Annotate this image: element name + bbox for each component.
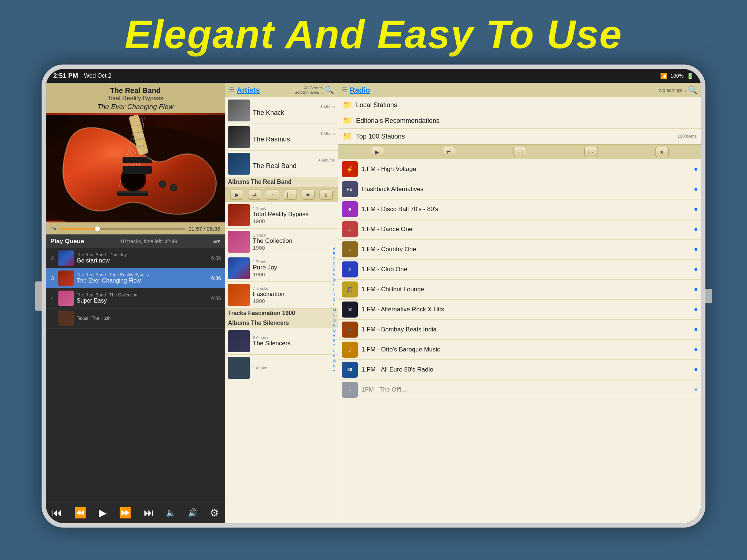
alpha-letter-w[interactable]: W: [332, 359, 337, 364]
station-logo: ⚡: [342, 161, 358, 177]
alpha-letter-h[interactable]: H: [332, 282, 337, 287]
rewind-button[interactable]: ⏪: [70, 505, 90, 520]
alpha-letter-x[interactable]: X: [332, 364, 337, 369]
queue-item-active[interactable]: 3 The Real Band Total Reality Bypass The…: [46, 268, 225, 288]
artist-item[interactable]: 1 Album The Knack: [225, 97, 338, 124]
radio-list: 📁 Local Stations 📁 Editorials Recommenda…: [338, 97, 701, 523]
wifi-icon: 📶: [660, 73, 667, 79]
artist-list: ABCDEFGHIJKLMNOPQRSTUVWXY 1 Album The Kn…: [225, 97, 338, 523]
alpha-letter-f[interactable]: F: [332, 272, 337, 277]
album-item[interactable]: 1 Track Total Reality Bypass 1900: [225, 202, 338, 229]
tracks-section-header: Tracks Fascination 1900: [225, 308, 338, 318]
radio-station[interactable]: ✕ 1.FM - Alternative Rock X Hits: [338, 300, 701, 320]
settings-button[interactable]: ⚙: [206, 505, 222, 520]
artist-item[interactable]: 4 Albums The Real Band: [225, 151, 338, 177]
menu-small-icon[interactable]: ≡▾: [50, 225, 57, 232]
alpha-letter-n[interactable]: N: [332, 313, 337, 318]
alpha-letter-o[interactable]: O: [332, 318, 337, 323]
radio-station[interactable]: ♩ 1.FM - Otto's Baroque Music: [338, 340, 701, 360]
play-queue: Play Queue 10 tracks, time left: 42:49 ≡…: [46, 234, 225, 502]
alpha-letter-e[interactable]: E: [332, 267, 337, 272]
alpha-letter-i[interactable]: I: [332, 287, 337, 292]
alpha-letter-j[interactable]: J: [332, 292, 337, 298]
album-item[interactable]: 1 Track Pure Joy 1900: [225, 255, 338, 282]
album-item[interactable]: 1 Album: [225, 355, 338, 381]
queue-title: Play Queue: [50, 238, 84, 245]
alpha-letter-d[interactable]: D: [332, 262, 337, 267]
panel-star-button[interactable]: ★: [302, 190, 315, 200]
queue-thumb-active: [58, 271, 74, 286]
radio-next-button[interactable]: →|: [513, 147, 526, 157]
silencers-section-header: Albums The Silencers: [225, 318, 338, 328]
queue-item[interactable]: 2 The Real Band Pure Joy Go start now 6:…: [46, 248, 225, 268]
radio-station[interactable]: 🎵 1.FM - Chillout Lounge: [338, 280, 701, 300]
forward-button[interactable]: ⏩: [115, 505, 135, 520]
artists-search-button[interactable]: 🔍: [325, 86, 334, 94]
now-playing-artist: The Real Band: [52, 86, 219, 95]
alpha-letter-g[interactable]: G: [332, 277, 337, 282]
radio-shuffle-button[interactable]: ⇄: [442, 147, 455, 157]
alpha-letter-u[interactable]: U: [332, 349, 337, 354]
panel-next-button[interactable]: →|: [266, 190, 279, 200]
status-date: Wed Oct 2: [84, 73, 111, 79]
radio-prev-button[interactable]: |→: [584, 147, 597, 157]
queue-item[interactable]: Texas The Hush: [46, 308, 225, 328]
radio-search-button[interactable]: 🔍: [688, 86, 697, 94]
radio-panel-title[interactable]: Radio: [350, 86, 657, 94]
alpha-letter-k[interactable]: K: [332, 298, 337, 303]
alpha-letter-p[interactable]: P: [332, 323, 337, 328]
alpha-letter-a[interactable]: A: [332, 246, 337, 252]
radio-station[interactable]: ♪ 1FM - The Offi...: [338, 380, 701, 400]
play-button[interactable]: ▶: [95, 505, 111, 520]
radio-station[interactable]: ⚡ 1.FM - High Voltage: [338, 159, 701, 179]
radio-folder[interactable]: 📁 Editorials Recommendations: [338, 113, 701, 129]
radio-folder[interactable]: 📁 Local Stations: [338, 97, 701, 113]
album-item[interactable]: 1 Track The Collection 1900: [225, 229, 338, 255]
panel-prev-button[interactable]: |→: [284, 190, 297, 200]
prev-button[interactable]: ⏮: [48, 505, 66, 520]
artists-panel-title[interactable]: Artists: [237, 86, 292, 94]
panel-info-button[interactable]: ℹ: [320, 190, 333, 200]
radio-station[interactable]: ♪ 1.FM - Country One: [338, 240, 701, 260]
alpha-letter-r[interactable]: R: [332, 333, 337, 338]
queue-thumb: [58, 311, 74, 326]
radio-station[interactable]: FB Flashback Alternatives: [338, 179, 701, 199]
svg-point-22: [160, 181, 166, 187]
alpha-index: ABCDEFGHIJKLMNOPQRSTUVWXY: [332, 246, 337, 374]
panel-play-button[interactable]: ▶: [230, 190, 243, 200]
alpha-letter-m[interactable]: M: [332, 308, 337, 313]
radio-station[interactable]: ♬ 1.FM - Club One: [338, 260, 701, 280]
artists-panel: ☰ Artists All Genres Sort by name/... 🔍 …: [225, 83, 338, 523]
radio-station[interactable]: ● 1.FM - Disco Ball 70's - 80's: [338, 199, 701, 219]
radio-station[interactable]: ♫ 1.FM - Dance One: [338, 219, 701, 240]
artist-thumbnail: [228, 100, 250, 121]
ipad-frame: 2:51 PM Wed Oct 2 📶 100% 🔋 The Real Band…: [42, 65, 705, 528]
album-item[interactable]: 6 Albums The Silencers: [225, 328, 338, 355]
station-logo: ♬: [342, 261, 358, 277]
station-logo: ♩: [342, 342, 358, 358]
vol-up-button[interactable]: 🔊: [184, 507, 201, 519]
vol-down-button[interactable]: 🔈: [162, 507, 179, 519]
artist-item[interactable]: 1 Album The Rasmus: [225, 124, 338, 151]
alpha-letter-q[interactable]: Q: [332, 328, 337, 333]
alpha-letter-v[interactable]: V: [332, 354, 337, 359]
list-icon: ☰: [229, 86, 235, 94]
queue-item[interactable]: 4 The Real Band The Collection Super Eas…: [46, 288, 225, 308]
album-item[interactable]: 7 Tracks Fascination 1900: [225, 282, 338, 308]
next-button[interactable]: ⏭: [140, 505, 158, 520]
radio-station[interactable]: 80 1.FM - All Euro 80's Radio: [338, 360, 701, 380]
radio-play-button[interactable]: ▶: [371, 147, 384, 157]
alpha-letter-b[interactable]: B: [332, 252, 337, 257]
panel-shuffle-button[interactable]: ⇄: [248, 190, 261, 200]
alpha-letter-y[interactable]: Y: [332, 369, 337, 374]
radio-star-button[interactable]: ★: [655, 147, 669, 157]
album-thumbnail: [228, 257, 250, 279]
queue-menu-icon[interactable]: ≡▾: [213, 237, 220, 245]
progress-track[interactable]: [59, 228, 185, 230]
alpha-letter-s[interactable]: S: [332, 338, 337, 343]
radio-folder[interactable]: 📁 Top 100 Stations 100 Items: [338, 129, 701, 144]
radio-station[interactable]: 🎶 1.FM - Bombay Beats India: [338, 320, 701, 340]
alpha-letter-l[interactable]: L: [332, 303, 337, 308]
alpha-letter-c[interactable]: C: [332, 257, 337, 262]
alpha-letter-t[interactable]: T: [332, 343, 337, 349]
